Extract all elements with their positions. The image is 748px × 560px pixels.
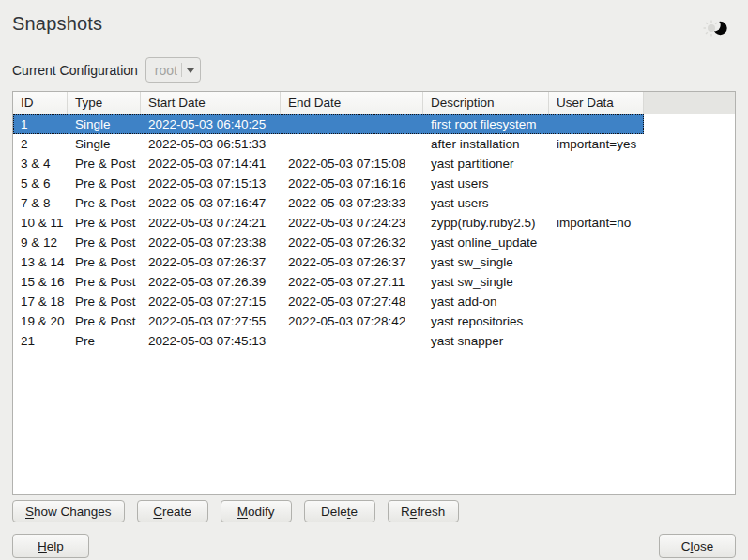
cell-id: 19 & 20: [13, 311, 68, 331]
column-header-start-date[interactable]: Start Date: [141, 92, 281, 114]
column-header-end-date[interactable]: End Date: [281, 92, 423, 114]
cell-description: yast partitioner: [423, 154, 549, 174]
table-header: IDTypeStart DateEnd DateDescriptionUser …: [13, 92, 735, 114]
modify-button[interactable]: Modify: [221, 500, 292, 522]
cell-start: 2022-05-03 07:45:13: [141, 331, 281, 351]
config-row: Current Configuration root: [12, 57, 736, 83]
cell-description: yast users: [423, 174, 549, 193]
action-buttons: Show ChangesCreateModifyDeleteRefresh: [12, 500, 736, 522]
cell-end: 2022-05-03 07:28:42: [281, 311, 423, 331]
cell-start: 2022-05-03 06:40:25: [141, 114, 281, 134]
dropdown-separator: [181, 63, 182, 77]
table-row[interactable]: 7 & 8Pre & Post2022-05-03 07:16:472022-0…: [13, 193, 644, 213]
cell-user_data: important=yes: [549, 134, 644, 154]
cell-type: Pre: [68, 331, 141, 351]
cell-id: 10 & 11: [13, 213, 68, 233]
cell-end: 2022-05-03 07:27:48: [281, 292, 423, 311]
chevron-down-icon: [187, 68, 194, 73]
table-row[interactable]: 10 & 11Pre & Post2022-05-03 07:24:212022…: [13, 213, 644, 233]
cell-description: yast sw_single: [423, 252, 549, 272]
cell-user_data: important=no: [549, 213, 644, 233]
cell-id: 15 & 16: [13, 272, 68, 292]
configuration-dropdown[interactable]: root: [145, 57, 201, 83]
column-header-id[interactable]: ID: [13, 92, 68, 114]
table-row[interactable]: 3 & 4Pre & Post2022-05-03 07:14:412022-0…: [13, 154, 644, 174]
configuration-dropdown-value: root: [155, 63, 177, 78]
cell-description: yast users: [423, 193, 549, 213]
table-row[interactable]: 17 & 18Pre & Post2022-05-03 07:27:152022…: [13, 292, 644, 311]
refresh-button[interactable]: Refresh: [388, 500, 459, 522]
cell-start: 2022-05-03 07:26:39: [141, 272, 281, 292]
cell-id: 2: [13, 134, 68, 154]
cell-type: Pre & Post: [68, 154, 141, 174]
create-button[interactable]: Create: [137, 500, 208, 522]
title-row: Snapshots: [12, 0, 736, 43]
footer-row: Help Close: [12, 534, 736, 558]
cell-end: 2022-05-03 07:15:08: [281, 154, 423, 174]
table-row[interactable]: 15 & 16Pre & Post2022-05-03 07:26:392022…: [13, 272, 644, 292]
cell-user_data: [549, 154, 644, 174]
cell-end: 2022-05-03 07:24:23: [281, 213, 423, 233]
table-row[interactable]: 21Pre2022-05-03 07:45:13yast snapper: [13, 331, 644, 351]
cell-start: 2022-05-03 06:51:33: [141, 134, 281, 154]
column-header-user-data[interactable]: User Data: [549, 92, 644, 114]
cell-start: 2022-05-03 07:15:13: [141, 174, 281, 193]
cell-start: 2022-05-03 07:27:55: [141, 311, 281, 331]
show-changes-button[interactable]: Show Changes: [12, 500, 125, 522]
cell-user_data: [549, 292, 644, 311]
page-title: Snapshots: [12, 13, 102, 35]
column-header-description[interactable]: Description: [423, 92, 549, 114]
cell-description: yast repositories: [423, 311, 549, 331]
cell-type: Pre & Post: [68, 272, 141, 292]
cell-user_data: [549, 233, 644, 252]
cell-type: Pre & Post: [68, 292, 141, 311]
cell-id: 21: [13, 331, 68, 351]
table-body: 1Single2022-05-03 06:40:25first root fil…: [13, 114, 735, 494]
cell-description: zypp(ruby.ruby2.5): [423, 213, 549, 233]
cell-user_data: [549, 331, 644, 351]
cell-end: 2022-05-03 07:23:33: [281, 193, 423, 213]
cell-start: 2022-05-03 07:16:47: [141, 193, 281, 213]
cell-start: 2022-05-03 07:23:38: [141, 233, 281, 252]
cell-type: Pre & Post: [68, 252, 141, 272]
cell-user_data: [549, 114, 644, 134]
cell-end: 2022-05-03 07:27:11: [281, 272, 423, 292]
cell-start: 2022-05-03 07:27:15: [141, 292, 281, 311]
table-row[interactable]: 13 & 14Pre & Post2022-05-03 07:26:372022…: [13, 252, 644, 272]
column-header-type[interactable]: Type: [68, 92, 141, 114]
cell-description: yast add-on: [423, 292, 549, 311]
cell-user_data: [549, 311, 644, 331]
cell-type: Pre & Post: [68, 311, 141, 331]
cell-id: 3 & 4: [13, 154, 68, 174]
snapshots-window: Snapshots Current Confi: [0, 0, 748, 560]
table-row[interactable]: 5 & 6Pre & Post2022-05-03 07:15:132022-0…: [13, 174, 644, 193]
cell-end: 2022-05-03 07:16:16: [281, 174, 423, 193]
cell-description: yast sw_single: [423, 272, 549, 292]
table-row[interactable]: 2Single2022-05-03 06:51:33after installa…: [13, 134, 644, 154]
cell-type: Single: [68, 134, 141, 154]
cell-type: Pre & Post: [68, 233, 141, 252]
cell-end: 2022-05-03 07:26:37: [281, 252, 423, 272]
cell-end: 2022-05-03 07:26:32: [281, 233, 423, 252]
cell-type: Pre & Post: [68, 174, 141, 193]
cell-type: Single: [68, 114, 141, 134]
cell-end: [281, 134, 423, 154]
cell-type: Pre & Post: [68, 193, 141, 213]
cell-start: 2022-05-03 07:24:21: [141, 213, 281, 233]
close-button[interactable]: Close: [659, 534, 736, 558]
cell-id: 9 & 12: [13, 233, 68, 252]
column-header-filler: [644, 92, 735, 114]
cell-user_data: [549, 252, 644, 272]
table-row[interactable]: 1Single2022-05-03 06:40:25first root fil…: [13, 114, 644, 134]
cell-description: first root filesystem: [423, 114, 549, 134]
cell-id: 5 & 6: [13, 174, 68, 193]
table-row[interactable]: 9 & 12Pre & Post2022-05-03 07:23:382022-…: [13, 233, 644, 252]
help-button[interactable]: Help: [12, 534, 89, 558]
cell-id: 7 & 8: [13, 193, 68, 213]
cell-type: Pre & Post: [68, 213, 141, 233]
cell-id: 13 & 14: [13, 252, 68, 272]
cell-id: 1: [13, 114, 68, 134]
table-row[interactable]: 19 & 20Pre & Post2022-05-03 07:27:552022…: [13, 311, 644, 331]
cell-start: 2022-05-03 07:14:41: [141, 154, 281, 174]
delete-button[interactable]: Delete: [304, 500, 375, 522]
